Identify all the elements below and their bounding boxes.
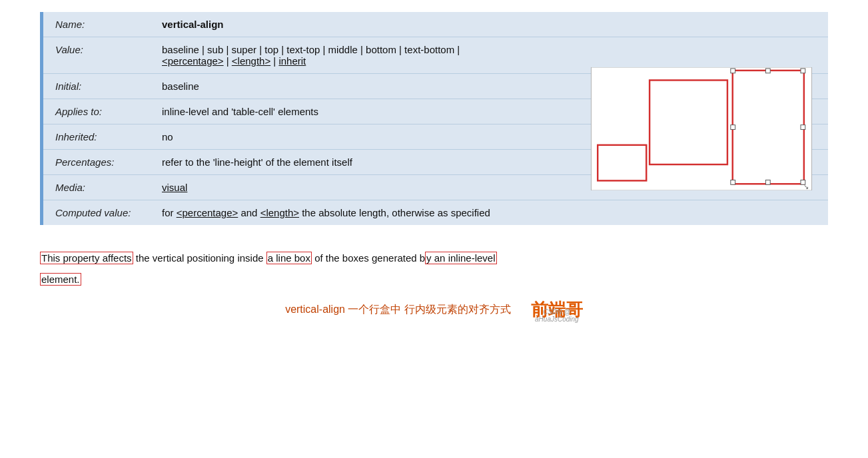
svg-rect-7 (731, 125, 735, 130)
label-name: Name: (43, 12, 150, 37)
bottom-text-line2: element. (40, 272, 828, 288)
diagram-svg: ↘ (588, 67, 815, 190)
svg-rect-4 (731, 69, 735, 73)
bottom-section: This property affects the vertical posit… (0, 238, 868, 328)
label-applies: Applies to: (43, 99, 150, 124)
svg-rect-6 (801, 69, 805, 73)
caption-text: vertical-align 一个行盒中 行内级元素的对齐方式 (285, 303, 511, 317)
svg-rect-9 (731, 180, 735, 184)
computed-length: <length> (260, 207, 299, 218)
svg-rect-8 (801, 125, 805, 130)
value-computed: for <percentage> and <length> the absolu… (150, 200, 828, 226)
label-percentages: Percentages: (43, 150, 150, 175)
inherit-text: inherit (278, 55, 306, 67)
label-computed: Computed value: (43, 200, 150, 226)
svg-rect-5 (765, 69, 770, 73)
visual-text: visual (162, 182, 187, 193)
table-row: Initial: baseline (43, 74, 828, 99)
inline-level-box: y an inline-level (425, 252, 496, 264)
bottom-text-3: of the boxes generated b (314, 252, 425, 264)
page-wrapper: Name: vertical-align Value: baseline | s… (0, 12, 868, 458)
property-table: Name: vertical-align Value: baseline | s… (43, 12, 828, 225)
name-value-text: vertical-align (162, 19, 224, 30)
table-row: Name: vertical-align (43, 12, 828, 37)
label-initial: Initial: (43, 74, 150, 99)
table-row: Computed value: for <percentage> and <le… (43, 200, 828, 226)
caption-area: vertical-align 一个行盒中 行内级元素的对齐方式 前端哥 CSDN… (40, 298, 828, 322)
value-name: vertical-align (150, 12, 828, 37)
element-box: element. (40, 273, 81, 286)
svg-rect-0 (591, 67, 811, 190)
bottom-text: This property affects the vertical posit… (40, 250, 828, 266)
property-table-section: Name: vertical-align Value: baseline | s… (40, 12, 828, 225)
brand-logo: 前端哥 CSDN @ aHuaJsCoding (531, 298, 583, 322)
svg-rect-10 (765, 180, 770, 184)
diagram-container: ↘ (588, 67, 815, 194)
bottom-text-2: the vertical positioning inside (136, 252, 266, 264)
line-box-text: a line box (266, 252, 312, 264)
label-value: Value: (43, 37, 150, 74)
this-property-affects-box: This property affects (40, 252, 133, 264)
value-initial: baseline (150, 74, 828, 99)
label-media: Media: (43, 175, 150, 200)
computed-percentage: <percentage> (177, 207, 238, 218)
percentage-text: <percentage> (162, 55, 224, 67)
brand-sub-text: CSDN @ aHuaJsCoding (531, 308, 583, 323)
label-inherited: Inherited: (43, 124, 150, 150)
svg-text:↘: ↘ (803, 183, 809, 190)
length-text: <length> (232, 55, 270, 67)
